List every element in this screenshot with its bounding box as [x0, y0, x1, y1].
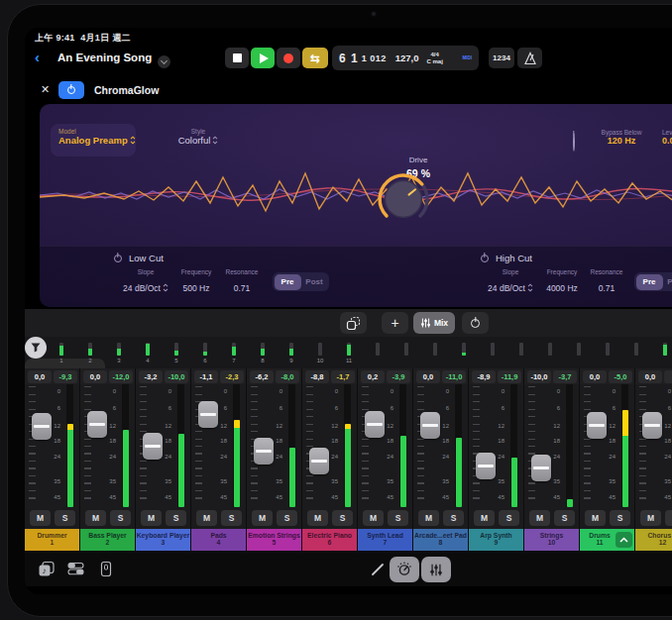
back-button[interactable]: ‹ [35, 48, 40, 67]
track-label[interactable]: Synth Lead7 [358, 529, 412, 551]
channel-volume-value[interactable]: 0,0 [416, 370, 440, 383]
loop-browser-icon[interactable]: ♪ [38, 561, 56, 577]
track-label[interactable]: Drums11 [580, 529, 634, 551]
high-cut-resonance[interactable]: Resonance 0.71 [585, 268, 628, 295]
filter-button[interactable] [25, 337, 47, 359]
solo-button[interactable]: S [610, 510, 630, 526]
track-label[interactable]: Arp Synth9 [469, 529, 523, 551]
solo-button[interactable]: S [554, 510, 575, 526]
fader-handle[interactable] [309, 448, 329, 474]
duplicate-button[interactable] [340, 312, 367, 334]
fader-handle[interactable] [143, 433, 163, 460]
high-cut-slope[interactable]: Slope 24 dB/Oct [484, 268, 537, 295]
plugin-power-button[interactable] [58, 81, 84, 99]
pencil-icon[interactable] [371, 562, 386, 576]
db-scale-label: 18 [211, 438, 227, 444]
track-label[interactable]: Pads4 [191, 529, 246, 551]
high-cut-power-icon[interactable] [481, 255, 489, 262]
solo-button[interactable]: S [665, 510, 672, 526]
post-button[interactable]: Post [663, 274, 672, 290]
solo-button[interactable]: S [443, 510, 464, 526]
solo-button[interactable]: S [388, 510, 408, 526]
lcd-display[interactable]: 6 1 1 012 127,0 4/4C maj MIDI [332, 46, 479, 70]
fader-ruler [29, 386, 36, 505]
mute-button[interactable]: M [363, 510, 384, 526]
channel-volume-value[interactable]: -10,0 [527, 370, 551, 383]
low-cut-resonance[interactable]: Resonance 0.71 [220, 268, 264, 295]
solo-button[interactable]: S [110, 510, 131, 526]
channel-volume-value[interactable]: 0,0 [83, 370, 107, 383]
track-label[interactable]: Bass Player2 [80, 529, 135, 551]
pre-button[interactable]: Pre [636, 274, 663, 290]
mute-button[interactable]: M [418, 510, 439, 526]
channel-volume-value[interactable]: 0,2 [361, 370, 385, 383]
pre-button[interactable]: Pre [275, 274, 301, 290]
track-number: 6 [302, 539, 357, 546]
solo-button[interactable]: S [277, 510, 297, 526]
song-title[interactable]: An Evening Song [57, 52, 170, 68]
play-surface-icon[interactable] [99, 561, 113, 577]
track-label[interactable]: Electric Piano6 [302, 529, 357, 551]
channel-volume-value[interactable]: -8,9 [472, 370, 496, 383]
tracks-icon[interactable] [67, 561, 84, 576]
track-label[interactable]: Chorus V12 [635, 529, 672, 551]
track-label[interactable]: Arcade...eet Pad8 [413, 529, 468, 551]
mute-button[interactable]: M [307, 510, 328, 526]
channel-volume-value[interactable]: 0,0 [583, 370, 607, 383]
count-in-button[interactable]: 1234 [489, 48, 514, 68]
play-button[interactable] [251, 48, 275, 68]
high-cut-frequency[interactable]: Frequency 4000 Hz [537, 268, 587, 295]
mute-button[interactable]: M [529, 510, 550, 526]
mute-button[interactable]: M [252, 510, 273, 526]
controls-view-button[interactable] [390, 557, 419, 582]
fader-handle[interactable] [365, 411, 385, 438]
cycle-button[interactable]: ⇆ [302, 48, 328, 68]
stop-button[interactable] [225, 48, 249, 68]
collapse-strip-button[interactable] [616, 532, 632, 548]
channel-volume-value[interactable]: -3,2 [139, 370, 163, 383]
solo-button[interactable]: S [221, 510, 242, 526]
mute-button[interactable]: M [30, 510, 51, 526]
mixer-view-button[interactable] [421, 557, 451, 582]
solo-button[interactable]: S [499, 510, 519, 526]
track-label[interactable]: Strings10 [524, 529, 579, 551]
mute-button[interactable]: M [640, 510, 661, 526]
fader-handle[interactable] [198, 401, 218, 428]
mixer-power-button[interactable] [462, 312, 489, 334]
mute-button[interactable]: M [85, 510, 106, 526]
track-label[interactable]: Drummer1 [25, 529, 79, 551]
track-label[interactable]: Emotion Strings5 [247, 529, 301, 551]
record-button[interactable] [277, 48, 300, 68]
solo-button[interactable]: S [166, 510, 186, 526]
fader-handle[interactable] [420, 412, 440, 439]
channel-volume-value[interactable]: 0,0 [638, 370, 662, 383]
mute-button[interactable]: M [196, 510, 217, 526]
low-cut-slope[interactable]: Slope 24 dB/Oct [119, 268, 172, 295]
mix-button[interactable]: Mix [413, 312, 455, 334]
fader-handle[interactable] [476, 453, 496, 479]
channel-volume-value[interactable]: -8,8 [305, 370, 329, 383]
mute-button[interactable]: M [141, 510, 162, 526]
add-track-button[interactable]: + [382, 312, 408, 334]
solo-button[interactable]: S [332, 510, 353, 526]
low-cut-frequency[interactable]: Frequency 500 Hz [172, 268, 220, 295]
fader-handle[interactable] [32, 413, 52, 440]
solo-button[interactable]: S [55, 510, 75, 526]
track-name: Synth Lead [358, 532, 412, 539]
low-cut-power-icon[interactable] [114, 255, 122, 262]
fader-handle[interactable] [587, 412, 607, 439]
channel-volume-value[interactable]: 0,0 [28, 370, 52, 383]
drive-knob[interactable] [376, 171, 431, 227]
fader-handle[interactable] [531, 455, 551, 481]
mute-button[interactable]: M [585, 510, 606, 526]
channel-volume-value[interactable]: -1,1 [194, 370, 218, 383]
channel-volume-value[interactable]: -6,2 [250, 370, 274, 383]
track-label[interactable]: Keyboard Player3 [136, 529, 190, 551]
metronome-button[interactable] [517, 48, 542, 68]
fader-handle[interactable] [642, 412, 662, 439]
post-button[interactable]: Post [301, 274, 328, 290]
mute-button[interactable]: M [474, 510, 495, 526]
fader-handle[interactable] [254, 438, 274, 465]
fader-handle[interactable] [87, 411, 107, 438]
close-plugin-button[interactable]: ✕ [41, 83, 50, 96]
